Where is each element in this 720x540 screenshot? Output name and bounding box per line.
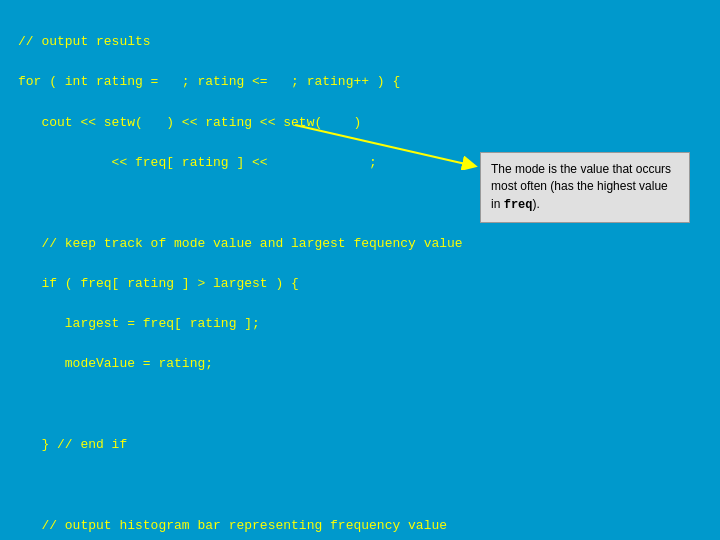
code-line-12 [18,475,702,495]
code-line-11: } // end if [18,435,702,455]
code-line-3: cout << setw( ) << rating << setw( ) [18,113,702,133]
code-line-7: if ( freq[ rating ] > largest ) { [18,274,702,294]
code-line-9: modeValue = rating; [18,354,702,374]
code-block: // output results for ( int rating = ; r… [0,0,720,540]
code-line-2: for ( int rating = ; rating <= ; rating+… [18,72,702,92]
code-line-6: // keep track of mode value and largest … [18,234,702,254]
code-line-1: // output results [18,32,702,52]
code-line-8: largest = freq[ rating ]; [18,314,702,334]
tooltip-box: The mode is the value that occurs most o… [480,152,690,223]
tooltip-text: The mode is the value that occurs most o… [491,162,671,211]
code-line-13: // output histogram bar representing fre… [18,516,702,536]
tooltip-bold-word: freq [504,198,533,212]
code-line-10 [18,395,702,415]
